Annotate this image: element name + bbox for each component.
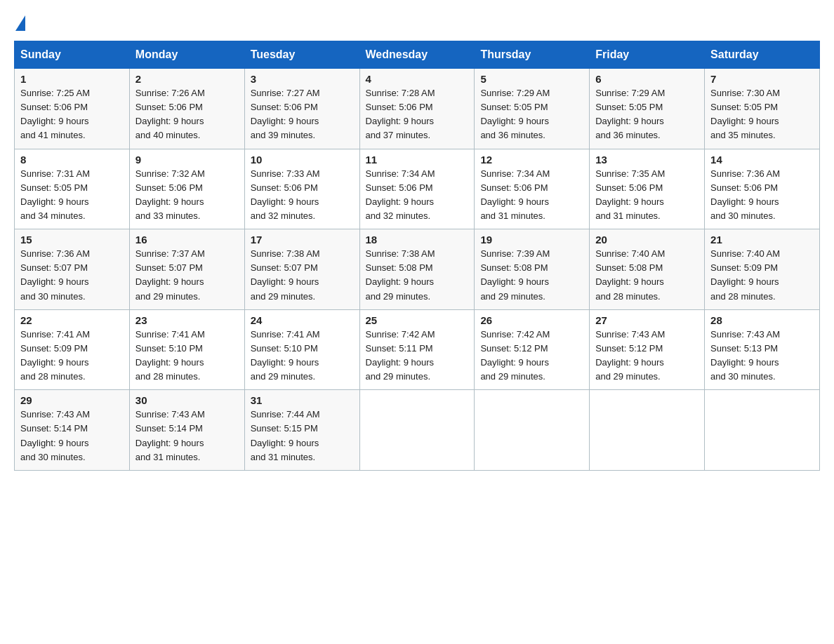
day-number: 1	[20, 73, 124, 85]
day-number: 16	[135, 234, 239, 246]
day-number: 31	[251, 394, 354, 406]
day-info: Sunrise: 7:26 AMSunset: 5:06 PMDaylight:…	[135, 88, 205, 140]
calendar-cell: 21 Sunrise: 7:40 AMSunset: 5:09 PMDaylig…	[705, 229, 820, 310]
day-number: 18	[366, 234, 469, 246]
day-number: 24	[251, 314, 354, 326]
calendar-cell: 14 Sunrise: 7:36 AMSunset: 5:06 PMDaylig…	[705, 149, 820, 229]
day-info: Sunrise: 7:37 AMSunset: 5:07 PMDaylight:…	[135, 248, 205, 301]
day-number: 26	[480, 314, 583, 326]
column-header-wednesday: Wednesday	[359, 41, 475, 69]
day-number: 6	[595, 73, 699, 85]
day-info: Sunrise: 7:30 AMSunset: 5:05 PMDaylight:…	[710, 88, 780, 140]
calendar-cell: 19 Sunrise: 7:39 AMSunset: 5:08 PMDaylig…	[475, 229, 590, 310]
calendar-cell: 20 Sunrise: 7:40 AMSunset: 5:08 PMDaylig…	[590, 229, 705, 310]
calendar-cell	[475, 390, 590, 471]
day-number: 12	[480, 154, 583, 166]
day-info: Sunrise: 7:31 AMSunset: 5:05 PMDaylight:…	[20, 168, 90, 221]
day-info: Sunrise: 7:41 AMSunset: 5:09 PMDaylight:…	[20, 329, 90, 382]
day-number: 17	[251, 234, 354, 246]
column-header-monday: Monday	[129, 41, 244, 69]
day-info: Sunrise: 7:29 AMSunset: 5:05 PMDaylight:…	[480, 88, 550, 140]
calendar-week-row: 15 Sunrise: 7:36 AMSunset: 5:07 PMDaylig…	[15, 229, 820, 310]
day-number: 13	[595, 154, 699, 166]
logo	[14, 14, 27, 27]
calendar-cell: 23 Sunrise: 7:41 AMSunset: 5:10 PMDaylig…	[129, 309, 244, 390]
calendar-cell: 26 Sunrise: 7:42 AMSunset: 5:12 PMDaylig…	[475, 309, 590, 390]
day-info: Sunrise: 7:43 AMSunset: 5:14 PMDaylight:…	[135, 409, 205, 462]
day-number: 25	[366, 314, 469, 326]
day-number: 20	[595, 234, 699, 246]
day-number: 3	[251, 73, 354, 85]
day-info: Sunrise: 7:40 AMSunset: 5:09 PMDaylight:…	[710, 248, 780, 301]
day-info: Sunrise: 7:39 AMSunset: 5:08 PMDaylight:…	[480, 248, 550, 301]
day-number: 15	[20, 234, 124, 246]
day-info: Sunrise: 7:43 AMSunset: 5:13 PMDaylight:…	[710, 329, 780, 382]
calendar-cell	[359, 390, 475, 471]
calendar-cell: 24 Sunrise: 7:41 AMSunset: 5:10 PMDaylig…	[244, 309, 359, 390]
day-info: Sunrise: 7:35 AMSunset: 5:06 PMDaylight:…	[595, 168, 665, 221]
calendar-cell	[705, 390, 820, 471]
calendar-cell: 2 Sunrise: 7:26 AMSunset: 5:06 PMDayligh…	[129, 69, 244, 149]
calendar-cell: 30 Sunrise: 7:43 AMSunset: 5:14 PMDaylig…	[129, 390, 244, 471]
day-number: 4	[366, 73, 469, 85]
day-info: Sunrise: 7:34 AMSunset: 5:06 PMDaylight:…	[480, 168, 550, 221]
day-info: Sunrise: 7:25 AMSunset: 5:06 PMDaylight:…	[20, 88, 90, 140]
calendar-week-row: 29 Sunrise: 7:43 AMSunset: 5:14 PMDaylig…	[15, 390, 820, 471]
logo-triangle-icon	[15, 15, 25, 31]
day-number: 28	[710, 314, 814, 326]
day-number: 7	[710, 73, 814, 85]
calendar-cell: 12 Sunrise: 7:34 AMSunset: 5:06 PMDaylig…	[475, 149, 590, 229]
calendar-cell: 22 Sunrise: 7:41 AMSunset: 5:09 PMDaylig…	[15, 309, 130, 390]
day-number: 2	[135, 73, 239, 85]
day-info: Sunrise: 7:28 AMSunset: 5:06 PMDaylight:…	[366, 88, 435, 140]
calendar-cell: 5 Sunrise: 7:29 AMSunset: 5:05 PMDayligh…	[475, 69, 590, 149]
calendar-cell: 1 Sunrise: 7:25 AMSunset: 5:06 PMDayligh…	[15, 69, 130, 149]
calendar-cell: 27 Sunrise: 7:43 AMSunset: 5:12 PMDaylig…	[590, 309, 705, 390]
day-number: 5	[480, 73, 583, 85]
day-number: 19	[480, 234, 583, 246]
calendar-cell: 3 Sunrise: 7:27 AMSunset: 5:06 PMDayligh…	[244, 69, 359, 149]
calendar-cell: 16 Sunrise: 7:37 AMSunset: 5:07 PMDaylig…	[129, 229, 244, 310]
day-info: Sunrise: 7:42 AMSunset: 5:12 PMDaylight:…	[480, 329, 550, 382]
day-info: Sunrise: 7:40 AMSunset: 5:08 PMDaylight:…	[595, 248, 665, 301]
calendar-cell: 8 Sunrise: 7:31 AMSunset: 5:05 PMDayligh…	[15, 149, 130, 229]
day-number: 23	[135, 314, 239, 326]
calendar-cell: 10 Sunrise: 7:33 AMSunset: 5:06 PMDaylig…	[244, 149, 359, 229]
day-number: 22	[20, 314, 124, 326]
calendar-cell: 6 Sunrise: 7:29 AMSunset: 5:05 PMDayligh…	[590, 69, 705, 149]
calendar-header-row: SundayMondayTuesdayWednesdayThursdayFrid…	[15, 41, 820, 69]
day-info: Sunrise: 7:42 AMSunset: 5:11 PMDaylight:…	[366, 329, 435, 382]
column-header-saturday: Saturday	[705, 41, 820, 69]
day-info: Sunrise: 7:36 AMSunset: 5:07 PMDaylight:…	[20, 248, 90, 301]
column-header-friday: Friday	[590, 41, 705, 69]
calendar-week-row: 8 Sunrise: 7:31 AMSunset: 5:05 PMDayligh…	[15, 149, 820, 229]
calendar-cell: 9 Sunrise: 7:32 AMSunset: 5:06 PMDayligh…	[129, 149, 244, 229]
day-number: 8	[20, 154, 124, 166]
day-info: Sunrise: 7:36 AMSunset: 5:06 PMDaylight:…	[710, 168, 780, 221]
calendar-week-row: 22 Sunrise: 7:41 AMSunset: 5:09 PMDaylig…	[15, 309, 820, 390]
day-info: Sunrise: 7:29 AMSunset: 5:05 PMDaylight:…	[595, 88, 665, 140]
calendar-cell: 11 Sunrise: 7:34 AMSunset: 5:06 PMDaylig…	[359, 149, 475, 229]
day-number: 11	[366, 154, 469, 166]
day-number: 9	[135, 154, 239, 166]
day-number: 10	[251, 154, 354, 166]
column-header-tuesday: Tuesday	[244, 41, 359, 69]
day-info: Sunrise: 7:32 AMSunset: 5:06 PMDaylight:…	[135, 168, 205, 221]
calendar-table: SundayMondayTuesdayWednesdayThursdayFrid…	[14, 41, 820, 471]
day-number: 29	[20, 394, 124, 406]
day-info: Sunrise: 7:33 AMSunset: 5:06 PMDaylight:…	[251, 168, 320, 221]
calendar-cell: 25 Sunrise: 7:42 AMSunset: 5:11 PMDaylig…	[359, 309, 475, 390]
day-number: 27	[595, 314, 699, 326]
day-info: Sunrise: 7:44 AMSunset: 5:15 PMDaylight:…	[251, 409, 320, 462]
day-info: Sunrise: 7:38 AMSunset: 5:08 PMDaylight:…	[366, 248, 435, 301]
calendar-cell: 13 Sunrise: 7:35 AMSunset: 5:06 PMDaylig…	[590, 149, 705, 229]
day-number: 30	[135, 394, 239, 406]
calendar-cell: 17 Sunrise: 7:38 AMSunset: 5:07 PMDaylig…	[244, 229, 359, 310]
day-number: 21	[710, 234, 814, 246]
column-header-sunday: Sunday	[15, 41, 130, 69]
calendar-cell: 4 Sunrise: 7:28 AMSunset: 5:06 PMDayligh…	[359, 69, 475, 149]
calendar-cell: 18 Sunrise: 7:38 AMSunset: 5:08 PMDaylig…	[359, 229, 475, 310]
column-header-thursday: Thursday	[475, 41, 590, 69]
calendar-cell: 15 Sunrise: 7:36 AMSunset: 5:07 PMDaylig…	[15, 229, 130, 310]
day-info: Sunrise: 7:27 AMSunset: 5:06 PMDaylight:…	[251, 88, 320, 140]
